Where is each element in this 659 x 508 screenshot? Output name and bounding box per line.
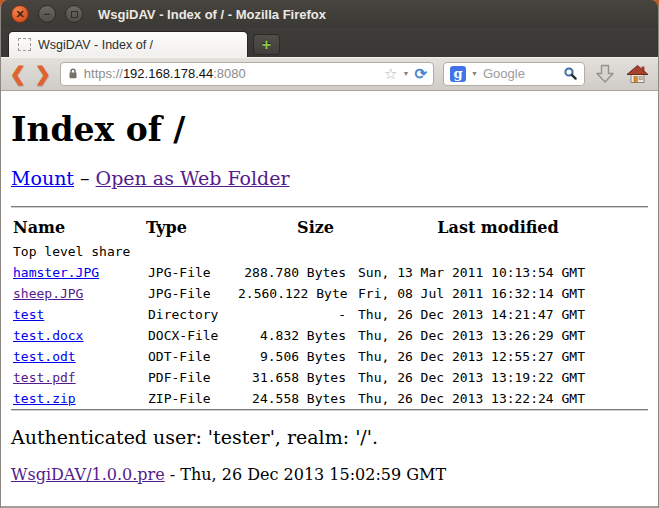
- back-button[interactable]: ❮: [10, 64, 26, 83]
- close-icon: ✕: [15, 9, 24, 20]
- table-row: sheep.JPG JPG-File 2.560.122 Bytes Fri, …: [11, 283, 648, 304]
- file-modified: Thu, 26 Dec 2013 13:19:22 GMT: [348, 367, 648, 388]
- urlbar-dropdown-icon[interactable]: ▼: [402, 70, 409, 77]
- search-engine-dropdown-icon[interactable]: ▼: [471, 70, 478, 77]
- url-scheme: https://: [84, 66, 123, 81]
- page-content: Index of / Mount – Open as Web Folder Na…: [1, 91, 658, 508]
- file-modified: Sun, 13 Mar 2011 10:13:54 GMT: [348, 262, 648, 283]
- table-row: hamster.JPG JPG-File 288.780 Bytes Sun, …: [11, 262, 648, 283]
- tab-wsgidav[interactable]: WsgiDAV - Index of /: [8, 31, 248, 57]
- file-link[interactable]: sheep.JPG: [13, 286, 83, 301]
- forward-button[interactable]: ❯: [35, 64, 51, 83]
- file-modified: Thu, 26 Dec 2013 13:26:29 GMT: [348, 325, 648, 346]
- window-maximize-button[interactable]: [65, 5, 83, 23]
- file-size: 2.560.122 Bytes: [236, 283, 348, 304]
- file-link[interactable]: test: [13, 307, 44, 322]
- download-button[interactable]: [594, 63, 616, 85]
- window-title: WsgiDAV - Index of / - Mozilla Firefox: [98, 7, 326, 22]
- file-type: PDF-File: [146, 367, 236, 388]
- table-row: test.pdf PDF-File 31.658 Bytes Thu, 26 D…: [11, 367, 648, 388]
- file-modified: Fri, 08 Jul 2011 16:32:14 GMT: [348, 283, 648, 304]
- search-magnifier-icon[interactable]: [563, 66, 578, 81]
- column-header-size: Size: [236, 211, 348, 242]
- maximize-icon: [71, 11, 78, 18]
- file-type: JPG-File: [146, 262, 236, 283]
- file-size: 4.832 Bytes: [236, 325, 348, 346]
- file-type: Directory: [146, 304, 236, 325]
- open-webfolder-link[interactable]: Open as Web Folder: [96, 167, 290, 189]
- url-bar[interactable]: https://192.168.178.44:8080 ☆ ▼ ⟳: [60, 62, 434, 86]
- favicon-placeholder-icon: [18, 38, 31, 51]
- footer-timestamp: - Thu, 26 Dec 2013 15:02:59 GMT: [165, 465, 446, 484]
- table-row: test.odt ODT-File 9.506 Bytes Thu, 26 De…: [11, 346, 648, 367]
- file-size: 31.658 Bytes: [236, 367, 348, 388]
- file-modified: Thu, 26 Dec 2013 14:21:47 GMT: [348, 304, 648, 325]
- table-header-row: Name Type Size Last modified: [11, 211, 648, 242]
- file-modified: Thu, 26 Dec 2013 13:22:24 GMT: [348, 388, 648, 409]
- url-text[interactable]: https://192.168.178.44:8080: [84, 66, 246, 81]
- file-modified: Thu, 26 Dec 2013 12:55:27 GMT: [348, 346, 648, 367]
- mount-link[interactable]: Mount: [11, 167, 74, 189]
- column-header-modified: Last modified: [348, 211, 648, 242]
- window-minimize-button[interactable]: −: [38, 5, 56, 23]
- file-type: ODT-File: [146, 346, 236, 367]
- google-engine-icon[interactable]: g: [450, 66, 466, 82]
- file-size: 288.780 Bytes: [236, 262, 348, 283]
- window-close-button[interactable]: ✕: [11, 5, 29, 23]
- reload-icon[interactable]: ⟳: [414, 66, 427, 81]
- firefox-window: ✕ − WsgiDAV - Index of / - Mozilla Firef…: [0, 0, 659, 508]
- plus-icon: +: [262, 37, 271, 53]
- top-divider: [11, 206, 648, 208]
- file-link[interactable]: test.docx: [13, 328, 83, 343]
- search-box[interactable]: g ▼ Google: [443, 62, 585, 86]
- url-host: 192.168.178.44: [123, 66, 213, 81]
- file-link[interactable]: test.zip: [13, 391, 76, 406]
- page-title: Index of /: [11, 110, 648, 149]
- file-size: 9.506 Bytes: [236, 346, 348, 367]
- file-link[interactable]: test.odt: [13, 349, 76, 364]
- tab-strip: WsgiDAV - Index of / +: [1, 28, 658, 57]
- share-note: Top level share: [11, 242, 648, 262]
- new-tab-button[interactable]: +: [253, 34, 280, 55]
- file-size: 24.558 Bytes: [236, 388, 348, 409]
- minimize-icon: −: [44, 9, 50, 20]
- table-row: test.zip ZIP-File 24.558 Bytes Thu, 26 D…: [11, 388, 648, 409]
- bottom-divider: [11, 409, 648, 411]
- auth-status-text: Authenticated user: 'tester', realm: '/'…: [11, 426, 648, 448]
- footer-version-line: WsgiDAV/1.0.0.pre - Thu, 26 Dec 2013 15:…: [11, 465, 648, 484]
- file-type: DOCX-File: [146, 325, 236, 346]
- file-link[interactable]: hamster.JPG: [13, 265, 99, 280]
- back-icon: ❮: [10, 63, 26, 84]
- title-bar: ✕ − WsgiDAV - Index of / - Mozilla Firef…: [1, 0, 658, 28]
- table-row: test Directory - Thu, 26 Dec 2013 14:21:…: [11, 304, 648, 325]
- lock-icon: [67, 67, 79, 80]
- bookmark-star-icon[interactable]: ☆: [384, 66, 397, 81]
- file-type: ZIP-File: [146, 388, 236, 409]
- navigation-toolbar: ❮ ❯ https://192.168.178.44:8080 ☆ ▼ ⟳ g …: [1, 57, 658, 91]
- file-table-body: Top level share hamster.JPG JPG-File 288…: [11, 242, 648, 409]
- home-button[interactable]: [625, 63, 649, 85]
- search-input[interactable]: Google: [483, 66, 525, 81]
- file-table: Name Type Size Last modified Top level s…: [11, 211, 648, 409]
- forward-icon: ❯: [35, 63, 51, 84]
- wsgidav-version-link[interactable]: WsgiDAV/1.0.0.pre: [11, 465, 165, 484]
- nav-separator: –: [74, 167, 96, 189]
- table-row: test.docx DOCX-File 4.832 Bytes Thu, 26 …: [11, 325, 648, 346]
- page-nav-links: Mount – Open as Web Folder: [11, 167, 648, 189]
- column-header-type: Type: [146, 211, 236, 242]
- column-header-name: Name: [11, 211, 146, 242]
- url-port: :8080: [213, 66, 246, 81]
- share-note-row: Top level share: [11, 242, 648, 262]
- file-link[interactable]: test.pdf: [13, 370, 76, 385]
- file-type: JPG-File: [146, 283, 236, 304]
- file-size: -: [236, 304, 348, 325]
- tab-label: WsgiDAV - Index of /: [38, 38, 153, 52]
